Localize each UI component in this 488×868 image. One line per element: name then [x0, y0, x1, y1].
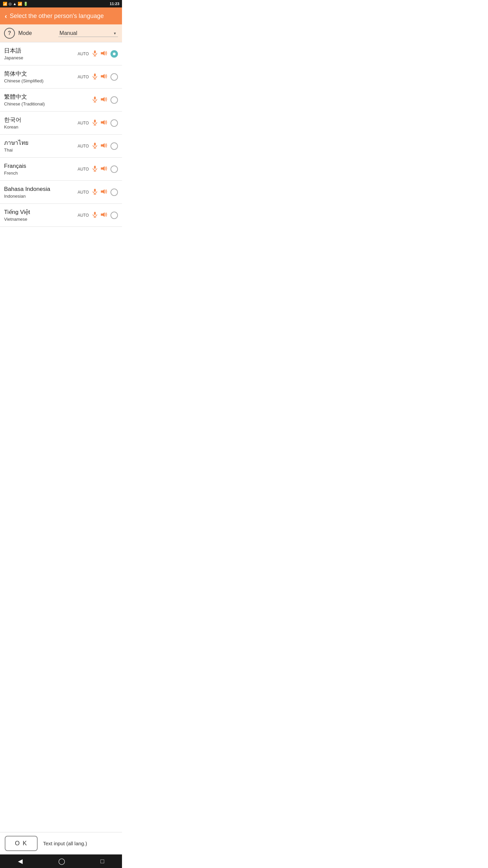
- mic-icon[interactable]: [92, 73, 98, 80]
- volume-icon-wrap[interactable]: [100, 189, 108, 196]
- svg-marker-27: [101, 189, 105, 194]
- lang-english: Chinese (Traditional): [4, 101, 89, 106]
- auto-label: AUTO: [78, 121, 89, 125]
- mode-label: Mode: [18, 30, 58, 36]
- svg-rect-0: [94, 51, 96, 54]
- mic-icon-wrap[interactable]: [92, 142, 98, 150]
- auto-label: AUTO: [78, 190, 89, 195]
- volume-icon-wrap[interactable]: [100, 50, 108, 57]
- auto-label: AUTO: [78, 213, 89, 218]
- lang-text: ภาษาไทย Thai: [4, 139, 78, 153]
- radio-button[interactable]: [110, 96, 118, 104]
- help-icon[interactable]: ?: [4, 28, 15, 39]
- svg-marker-19: [101, 143, 105, 148]
- lang-english: Chinese (Simplified): [4, 78, 78, 83]
- mic-icon-wrap[interactable]: [92, 119, 98, 127]
- lang-text: Tiếng Việt Vietnamese: [4, 209, 78, 222]
- language-item[interactable]: ภาษาไทย Thai AUTO: [0, 135, 122, 158]
- mode-select[interactable]: Manual Auto Semi-Auto: [58, 29, 118, 37]
- language-item[interactable]: Français French AUTO: [0, 158, 122, 181]
- volume-icon-wrap[interactable]: [100, 96, 108, 103]
- volume-icon-wrap[interactable]: [100, 73, 108, 80]
- mic-icon-wrap[interactable]: [92, 211, 98, 219]
- lang-native: ภาษาไทย: [4, 139, 78, 147]
- volume-icon[interactable]: [100, 142, 108, 149]
- mic-icon-wrap[interactable]: [92, 73, 98, 81]
- radio-button[interactable]: [110, 212, 118, 219]
- svg-rect-8: [94, 97, 96, 100]
- status-icons: 📶 ◎ ▲ 📶 🔋: [3, 2, 28, 6]
- volume-icon[interactable]: [100, 119, 108, 125]
- lang-text: 日本語 Japanese: [4, 47, 78, 60]
- svg-marker-7: [101, 74, 105, 79]
- radio-button[interactable]: [110, 119, 118, 127]
- mic-icon-wrap[interactable]: [92, 96, 98, 104]
- mic-icon[interactable]: [92, 96, 98, 103]
- lang-text: 한국어 Korean: [4, 116, 78, 130]
- volume-icon-wrap[interactable]: [100, 119, 108, 126]
- radio-button[interactable]: [110, 189, 118, 196]
- lang-english: Thai: [4, 147, 78, 153]
- lang-text: 繁體中文 Chinese (Traditional): [4, 93, 89, 106]
- svg-marker-3: [101, 51, 105, 56]
- language-item[interactable]: 日本語 Japanese AUTO: [0, 42, 122, 65]
- lang-english: Korean: [4, 124, 78, 130]
- lang-native: Tiếng Việt: [4, 209, 78, 216]
- mode-row: ? Mode Manual Auto Semi-Auto: [0, 24, 122, 42]
- volume-icon[interactable]: [100, 96, 108, 102]
- auto-label: AUTO: [78, 144, 89, 149]
- page-header: ‹ Select the other person's language: [0, 7, 122, 24]
- volume-icon-wrap[interactable]: [100, 165, 108, 173]
- back-icon[interactable]: ‹: [5, 12, 7, 20]
- mic-icon[interactable]: [92, 188, 98, 195]
- svg-rect-28: [94, 212, 96, 215]
- lang-english: Indonesian: [4, 194, 78, 199]
- volume-icon-wrap[interactable]: [100, 142, 108, 150]
- lang-native: Bahasa Indonesia: [4, 185, 78, 193]
- mic-icon[interactable]: [92, 119, 98, 126]
- volume-icon[interactable]: [100, 73, 108, 79]
- mic-icon[interactable]: [92, 142, 98, 149]
- lang-english: French: [4, 171, 78, 176]
- lang-text: Français French: [4, 162, 78, 176]
- svg-rect-16: [94, 143, 96, 146]
- lang-text: 简体中文 Chinese (Simplified): [4, 70, 78, 83]
- svg-marker-31: [101, 212, 105, 217]
- radio-button[interactable]: [110, 142, 118, 150]
- volume-icon[interactable]: [100, 212, 108, 218]
- auto-label: AUTO: [78, 52, 89, 56]
- lang-native: 日本語: [4, 47, 78, 55]
- svg-rect-24: [94, 189, 96, 192]
- svg-rect-12: [94, 120, 96, 123]
- svg-rect-4: [94, 74, 96, 77]
- radio-button[interactable]: [110, 50, 118, 58]
- language-item[interactable]: 한국어 Korean AUTO: [0, 112, 122, 135]
- mic-icon-wrap[interactable]: [92, 165, 98, 173]
- language-list: 日本語 Japanese AUTO 简体中文 Chinese (Simplifi…: [0, 42, 122, 227]
- mode-select-wrapper[interactable]: Manual Auto Semi-Auto: [58, 29, 118, 37]
- svg-marker-23: [101, 166, 105, 171]
- lang-text: Bahasa Indonesia Indonesian: [4, 185, 78, 199]
- svg-marker-11: [101, 97, 105, 102]
- lang-native: 简体中文: [4, 70, 78, 78]
- language-item[interactable]: 繁體中文 Chinese (Traditional): [0, 88, 122, 112]
- volume-icon[interactable]: [100, 50, 108, 56]
- volume-icon-wrap[interactable]: [100, 212, 108, 219]
- status-time: 11:23: [110, 2, 119, 6]
- mic-icon-wrap[interactable]: [92, 50, 98, 58]
- radio-button[interactable]: [110, 73, 118, 81]
- lang-native: 繁體中文: [4, 93, 89, 101]
- mic-icon[interactable]: [92, 165, 98, 172]
- language-item[interactable]: 简体中文 Chinese (Simplified) AUTO: [0, 65, 122, 88]
- mic-icon[interactable]: [92, 50, 98, 57]
- lang-native: Français: [4, 162, 78, 170]
- language-item[interactable]: Bahasa Indonesia Indonesian AUTO: [0, 181, 122, 204]
- mic-icon-wrap[interactable]: [92, 188, 98, 196]
- status-bar: 📶 ◎ ▲ 📶 🔋 11:23: [0, 0, 122, 7]
- radio-button[interactable]: [110, 165, 118, 173]
- volume-icon[interactable]: [100, 189, 108, 195]
- volume-icon[interactable]: [100, 165, 108, 172]
- auto-label: AUTO: [78, 75, 89, 79]
- language-item[interactable]: Tiếng Việt Vietnamese AUTO: [0, 204, 122, 227]
- mic-icon[interactable]: [92, 211, 98, 218]
